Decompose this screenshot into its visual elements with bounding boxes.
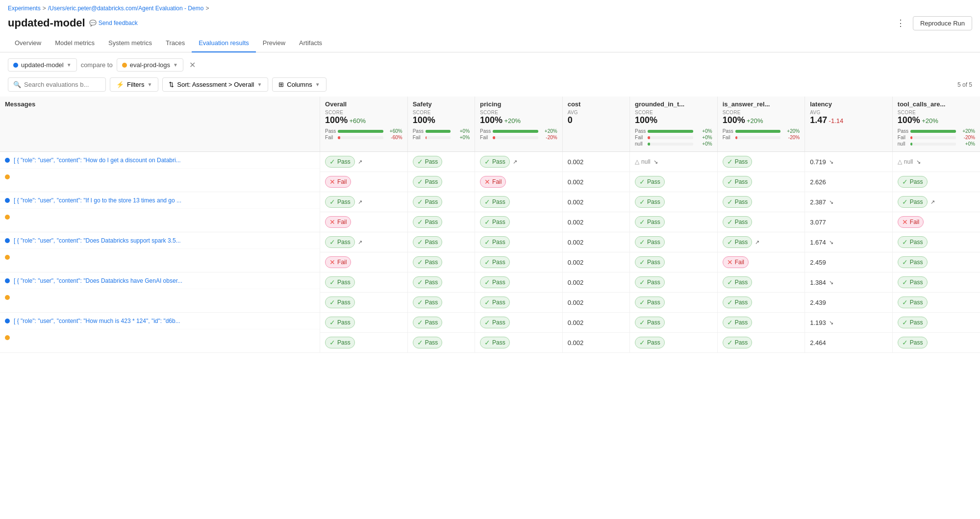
latency-cell-updated-4: 1.384 ↘ bbox=[805, 272, 893, 293]
col-grounded-bars: Pass +0% Fail +0% null +0% bbox=[635, 128, 712, 147]
toolcalls-cell-updated-4: ✓Pass bbox=[892, 272, 980, 293]
fail-badge: ✕Fail bbox=[898, 216, 924, 228]
tab-traces[interactable]: Traces bbox=[159, 34, 192, 52]
circle-check-icon: ✓ bbox=[329, 238, 335, 246]
pass-badge: ✓Pass bbox=[413, 156, 443, 168]
arrow-down-right-icon: ↘ bbox=[829, 199, 833, 205]
score-row-u5-isanswer: ✓Pass bbox=[718, 313, 805, 332]
tab-preview[interactable]: Preview bbox=[256, 34, 292, 52]
cost-cell-updated-5: 0.002 bbox=[562, 313, 629, 333]
msg-link-updated-2[interactable]: [ { "role": "user", "content": "If I go … bbox=[14, 197, 181, 204]
tab-artifacts[interactable]: Artifacts bbox=[292, 34, 329, 52]
model-name-label: updated-model bbox=[21, 61, 64, 69]
columns-button[interactable]: ⊞ Columns ▼ bbox=[272, 77, 326, 92]
score-row-u1-safety: ✓Pass bbox=[408, 152, 475, 172]
msg-link-updated-3[interactable]: [ { "role": "user", "content": "Does Dat… bbox=[14, 237, 181, 244]
circle-x-icon: ✕ bbox=[329, 218, 335, 226]
sort-label: Sort: Assessment > Overall bbox=[177, 81, 254, 88]
pass-badge: ✓Pass bbox=[723, 276, 753, 288]
col-safety-bars: Pass +0% Fail +0% bbox=[413, 128, 470, 140]
isanswer-cell-eval-2: ✓Pass bbox=[717, 212, 805, 232]
tab-overview[interactable]: Overview bbox=[8, 34, 48, 52]
col-pricing-fail-row: Fail -20% bbox=[480, 135, 557, 140]
table-row: [ { "role": "user", "content": "If I go … bbox=[0, 192, 980, 212]
score-row-u1-latency: 0.719 ↘ bbox=[805, 153, 892, 170]
dot-updated-icon bbox=[5, 319, 10, 323]
cost-cell-eval-5: 0.002 bbox=[562, 333, 629, 353]
clear-compare-button[interactable]: ✕ bbox=[187, 59, 198, 71]
circle-check-icon: ✓ bbox=[484, 298, 490, 306]
filters-button[interactable]: ⚡ Filters ▼ bbox=[110, 77, 158, 92]
filters-row: 🔍 ⚡ Filters ▼ ⇅ Sort: Assessment > Overa… bbox=[0, 77, 980, 97]
reproduce-run-button[interactable]: Reproduce Run bbox=[913, 16, 972, 30]
grounded-cell-updated-2: ✓Pass bbox=[630, 192, 718, 212]
isanswer-cell-updated-2: ✓Pass bbox=[717, 192, 805, 212]
pass-badge: ✓Pass bbox=[723, 236, 753, 248]
col-header-isanswer: is_answer_rel... SCORE 100% +20% Pass +2… bbox=[717, 97, 805, 152]
score-row-u4-isanswer: ✓Pass bbox=[718, 272, 805, 292]
col-toolcalls-label: tool_calls_are... bbox=[898, 100, 975, 108]
pass-badge: ✓Pass bbox=[480, 216, 510, 228]
search-icon: 🔍 bbox=[13, 81, 21, 88]
overall-cell-updated-4: ✓Pass bbox=[320, 272, 408, 293]
cost-value: 0.002 bbox=[568, 198, 584, 206]
dot-eval-icon bbox=[5, 335, 10, 340]
triangle-icon: △ bbox=[635, 158, 639, 165]
isanswer-cell-eval-5: ✓Pass bbox=[717, 333, 805, 353]
pass-badge: ✓Pass bbox=[898, 337, 928, 348]
latency-value: 3.077 bbox=[810, 219, 826, 226]
compare-model-selector[interactable]: eval-prod-logs ▼ bbox=[117, 58, 183, 72]
send-feedback-link[interactable]: 💬 Send feedback bbox=[89, 20, 138, 26]
pass-badge: ✓Pass bbox=[480, 236, 510, 248]
circle-check-icon: ✓ bbox=[329, 278, 335, 286]
msg-link-updated-5[interactable]: [ { "role": "user", "content": "How much… bbox=[14, 318, 180, 324]
circle-check-icon: ✓ bbox=[902, 298, 908, 306]
circle-check-icon: ✓ bbox=[902, 238, 908, 246]
breadcrumb-experiments[interactable]: Experiments bbox=[8, 5, 41, 12]
breadcrumb-sep2: > bbox=[205, 5, 209, 12]
more-options-button[interactable]: ⋮ bbox=[892, 16, 909, 30]
tab-model-metrics[interactable]: Model metrics bbox=[48, 34, 101, 52]
score-row-u3-overall: ✓Pass ↗ bbox=[320, 232, 407, 252]
score-row-e3-cost: 0.002 bbox=[563, 254, 629, 271]
latency-value: 1.193 bbox=[810, 319, 826, 326]
score-row-u5-cost: 0.002 bbox=[563, 314, 629, 331]
pass-badge: ✓Pass bbox=[413, 297, 443, 308]
latency-cell-updated-3: 1.674 ↘ bbox=[805, 232, 893, 252]
tab-system-metrics[interactable]: System metrics bbox=[101, 34, 159, 52]
circle-check-icon: ✓ bbox=[902, 278, 908, 286]
circle-check-icon: ✓ bbox=[902, 198, 908, 206]
pass-badge: ✓Pass bbox=[413, 236, 443, 248]
breadcrumb-path[interactable]: /Users/eric.peter@databricks.com/Agent E… bbox=[48, 5, 204, 12]
columns-chevron-icon: ▼ bbox=[315, 82, 320, 87]
circle-check-icon: ✓ bbox=[639, 278, 645, 286]
score-row-e1-grounded: ✓Pass bbox=[630, 172, 717, 192]
msg-link-updated-1[interactable]: [ { "role": "user", "content": "How do I… bbox=[14, 157, 181, 164]
pass-badge: ✓Pass bbox=[480, 276, 510, 288]
safety-cell-updated-1: ✓Pass bbox=[407, 152, 475, 172]
sort-button[interactable]: ⇅ Sort: Assessment > Overall ▼ bbox=[162, 77, 268, 92]
tab-evaluation-results[interactable]: Evaluation results bbox=[192, 34, 256, 52]
overall-cell-eval-3: ✕Fail bbox=[320, 252, 408, 272]
circle-check-icon: ✓ bbox=[484, 218, 490, 226]
circle-check-icon: ✓ bbox=[639, 218, 645, 226]
latency-value: 1.674 bbox=[810, 239, 826, 246]
col-grounded-null-row: null +0% bbox=[635, 141, 712, 147]
overall-cell-updated-1: ✓Pass ↗ bbox=[320, 152, 408, 172]
cost-cell-eval-1: 0.002 bbox=[562, 172, 629, 192]
msg-row-updated-4: [ { "role": "user", "content": "Does Dat… bbox=[0, 272, 320, 289]
score-row-u2-latency: 2.387 ↘ bbox=[805, 194, 892, 210]
msg-link-updated-4[interactable]: [ { "role": "user", "content": "Does Dat… bbox=[14, 277, 182, 284]
arrow-down-right-icon: ↘ bbox=[829, 320, 833, 326]
search-box[interactable]: 🔍 bbox=[8, 77, 106, 92]
circle-check-icon: ✓ bbox=[329, 339, 335, 346]
search-input[interactable] bbox=[24, 81, 98, 88]
model-selector[interactable]: updated-model ▼ bbox=[8, 58, 77, 72]
col-overall-score-type: SCORE bbox=[325, 110, 402, 115]
isanswer-cell-updated-5: ✓Pass bbox=[717, 313, 805, 333]
cost-value: 0.002 bbox=[568, 158, 584, 166]
col-safety-value: 100% bbox=[413, 115, 435, 125]
safety-cell-eval-5: ✓Pass bbox=[407, 333, 475, 353]
isanswer-cell-eval-4: ✓Pass bbox=[717, 293, 805, 313]
score-row-u1-pricing: ✓Pass ↗ bbox=[475, 152, 562, 172]
